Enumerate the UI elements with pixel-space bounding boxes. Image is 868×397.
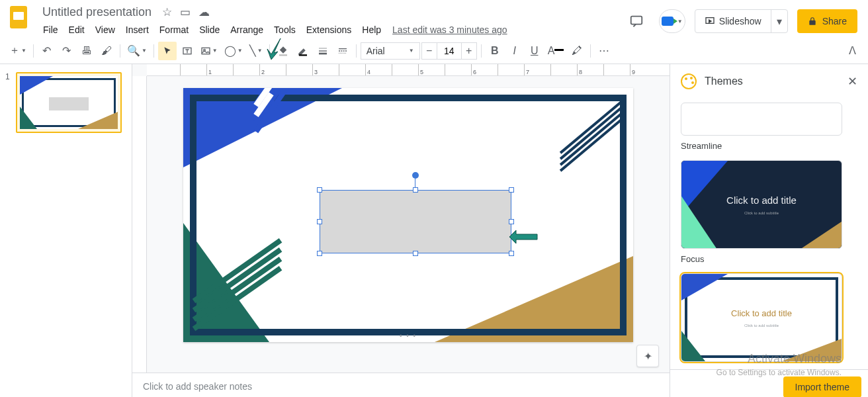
menu-extensions[interactable]: Extensions	[302, 22, 356, 38]
bold-button[interactable]: B	[486, 42, 504, 60]
menu-insert[interactable]: Insert	[121, 22, 153, 38]
menu-format[interactable]: Format	[155, 22, 193, 38]
font-size-input[interactable]: 14	[437, 42, 461, 60]
svg-rect-5	[279, 54, 287, 56]
theme-label: Focus	[681, 254, 857, 264]
menu-bar: File Edit View Insert Format Slide Arran…	[34, 21, 623, 38]
selected-shape[interactable]	[320, 190, 511, 253]
line-tool[interactable]: ╲▼	[247, 42, 265, 60]
menu-arrange[interactable]: Arrange	[226, 22, 268, 38]
theme-focus-preview[interactable]: Click to add title Click to add subtitle	[681, 160, 842, 249]
svg-rect-6	[299, 54, 307, 56]
decrease-font-size[interactable]: −	[421, 42, 437, 60]
theme-shift-preview[interactable]: Click to add title Click to add subtitle	[681, 273, 842, 362]
svg-rect-0	[631, 17, 642, 24]
meet-button[interactable]: ▼	[659, 9, 685, 33]
resize-handle-s[interactable]	[413, 251, 418, 256]
slide-canvas[interactable]: • • • ✦	[147, 76, 670, 373]
print-button[interactable]: 🖶	[77, 42, 96, 60]
resize-handle-ne[interactable]	[509, 187, 514, 193]
app-logo[interactable]	[5, 4, 32, 30]
paint-format-button[interactable]: 🖌	[97, 42, 116, 60]
cloud-icon[interactable]: ☁	[198, 5, 210, 19]
shape-tool[interactable]: ◯▼	[222, 42, 245, 60]
italic-button[interactable]: I	[505, 42, 524, 60]
select-tool[interactable]	[158, 42, 177, 60]
splitter-handle[interactable]: • • •	[400, 332, 417, 339]
toolbar: ＋▼ ↶ ↷ 🖶 🖌 🔍▼ ▼ ◯▼ ╲▼ Arial▼ − 14 + B I …	[0, 38, 868, 64]
themes-title: Themes	[705, 75, 840, 87]
border-dash-button[interactable]	[333, 42, 352, 60]
svg-rect-3	[202, 48, 210, 54]
separator	[120, 44, 120, 58]
separator	[33, 44, 34, 58]
undo-button[interactable]: ↶	[38, 42, 56, 60]
resize-handle-n[interactable]	[413, 187, 418, 193]
highlight-button[interactable]: 🖍	[568, 42, 586, 60]
share-button[interactable]: Share	[797, 9, 857, 33]
font-family-value: Arial	[367, 46, 385, 56]
filmstrip[interactable]: 1	[0, 64, 132, 397]
more-tools-button[interactable]: ⋯	[595, 42, 613, 60]
slideshow-dropdown[interactable]: ▾	[771, 10, 787, 32]
slideshow-label: Slideshow	[719, 16, 761, 26]
rotation-handle[interactable]	[412, 172, 419, 179]
slide-thumbnail-1[interactable]	[16, 72, 122, 133]
separator	[481, 44, 482, 58]
text-color-button[interactable]: A	[545, 42, 567, 60]
new-slide-button[interactable]: ＋▼	[7, 42, 29, 60]
themes-panel: Themes ✕ Streamline Click to add title C…	[670, 64, 868, 397]
slide-1[interactable]	[183, 88, 633, 342]
font-family-select[interactable]: Arial▼	[361, 42, 420, 60]
underline-button[interactable]: U	[525, 42, 544, 60]
separator	[356, 44, 357, 58]
menu-help[interactable]: Help	[357, 22, 386, 38]
preview-title: Click to add title	[726, 195, 797, 206]
border-color-button[interactable]	[294, 42, 312, 60]
decoration	[256, 99, 282, 122]
preview-subtitle: Click to add subtitle	[744, 211, 779, 215]
menu-slide[interactable]: Slide	[195, 22, 224, 38]
resize-handle-se[interactable]	[509, 251, 514, 256]
palette-icon	[681, 73, 697, 89]
horizontal-ruler: 123456789	[147, 64, 670, 76]
fill-color-button[interactable]	[274, 42, 292, 60]
border-weight-button[interactable]	[314, 42, 332, 60]
theme-label: Streamline	[681, 141, 857, 151]
resize-handle-sw[interactable]	[317, 251, 322, 256]
decoration	[542, 97, 621, 124]
import-theme-button[interactable]: Import theme	[783, 376, 861, 397]
slide-number: 1	[5, 72, 13, 133]
separator	[153, 44, 154, 58]
theme-streamline-preview[interactable]	[681, 103, 842, 136]
rotation-line	[415, 179, 415, 188]
document-title[interactable]: Untitled presentation	[38, 4, 155, 21]
collapse-toolbar-button[interactable]: ᐱ	[843, 42, 861, 60]
resize-handle-nw[interactable]	[317, 187, 322, 193]
comment-history-icon[interactable]	[623, 8, 650, 34]
increase-font-size[interactable]: +	[461, 42, 477, 60]
share-label: Share	[822, 16, 847, 26]
last-edit-link[interactable]: Last edit was 3 minutes ago	[387, 22, 513, 38]
star-icon[interactable]: ☆	[162, 5, 172, 19]
menu-tools[interactable]: Tools	[269, 22, 300, 38]
vertical-ruler	[132, 76, 147, 373]
redo-button[interactable]: ↷	[58, 42, 76, 60]
separator	[269, 44, 270, 58]
move-icon[interactable]: ▭	[180, 5, 191, 19]
slideshow-button[interactable]: Slideshow	[695, 10, 771, 32]
menu-file[interactable]: File	[38, 22, 63, 38]
explore-button[interactable]: ✦	[636, 345, 659, 367]
speaker-notes[interactable]: Click to add speaker notes	[132, 373, 670, 397]
zoom-button[interactable]: 🔍▼	[124, 42, 150, 60]
menu-edit[interactable]: Edit	[64, 22, 89, 38]
textbox-tool[interactable]	[178, 42, 196, 60]
image-tool[interactable]: ▼	[198, 42, 220, 60]
close-icon[interactable]: ✕	[847, 74, 857, 89]
decoration	[194, 294, 300, 335]
resize-handle-e[interactable]	[509, 219, 514, 224]
separator	[590, 44, 591, 58]
menu-view[interactable]: View	[91, 22, 120, 38]
resize-handle-w[interactable]	[317, 219, 322, 224]
